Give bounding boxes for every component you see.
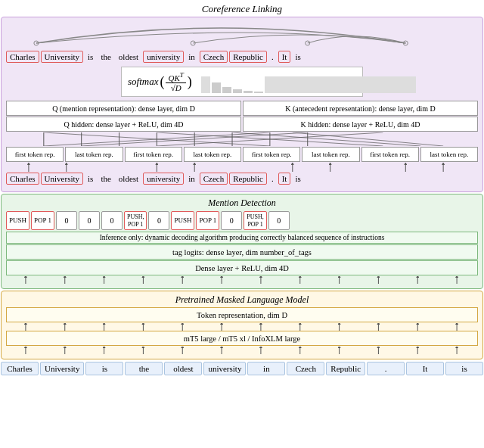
push-2: PUSH [171, 211, 194, 230]
bottom-token-charles: Charles [1, 362, 39, 375]
svg-line-17 [232, 132, 420, 146]
cross-arrows-svg [6, 132, 478, 146]
token2-the: the [98, 173, 113, 184]
token-charles: Charles [6, 51, 39, 63]
token-republic: Republic [229, 51, 267, 63]
bottom-token-it: It [406, 362, 444, 375]
arc-svg [6, 20, 478, 49]
token-the: the [98, 51, 113, 62]
bottom-token-czech: Czech [287, 362, 324, 375]
bar6 [254, 92, 263, 93]
coref-token-row: Charles University is the oldest univers… [6, 51, 478, 63]
token2-oldest: oldest [116, 173, 141, 184]
token-rep-6: last token rep. [302, 147, 359, 162]
k-hidden: K hidden: dense layer + ReLU, dim 4D [243, 117, 478, 132]
zero-6: 0 [268, 211, 290, 230]
bottom-token-row: Charles University is the oldest univers… [1, 362, 483, 375]
qk-layer-row: Q (mention representation): dense layer,… [6, 101, 478, 116]
token-rep-3: first token rep. [125, 147, 182, 162]
arc-area [6, 20, 478, 49]
fraction-num: QKT [166, 71, 185, 83]
diagram: Coreference Linking Charles [1, 3, 483, 375]
close-paren: ) [188, 74, 192, 90]
token2-is1: is [85, 173, 96, 184]
token-oldest: oldest [116, 51, 141, 62]
mention-title: Mention Detection [6, 198, 478, 209]
pretrained-title: Pretrained Masked Language Model [6, 294, 478, 306]
attention-bars [201, 70, 416, 93]
token2-university2: university [143, 173, 184, 185]
bottom-token-republic: Republic [326, 362, 365, 375]
bar-wide [265, 76, 416, 93]
title: Coreference Linking [1, 3, 483, 15]
token-university2: university [143, 51, 184, 63]
bar5 [244, 91, 253, 93]
arrows-model [6, 347, 478, 354]
arrows-mention-svg [6, 276, 478, 284]
bottom-token-dot: . [367, 362, 405, 375]
token2-in: in [185, 173, 198, 184]
token-czech: Czech [200, 51, 228, 63]
token-rep-8: last token rep. [420, 147, 478, 162]
pop1-2: POP 1 [196, 211, 219, 230]
fraction: QKT √D [166, 71, 185, 92]
model-name-layer: mT5 large / mT5 xl / InfoXLM large [6, 331, 478, 346]
cross-arrows-area [6, 132, 478, 146]
zero-5: 0 [221, 211, 242, 230]
tag-logits-layer: tag logits: dense layer, dim number_of_t… [6, 244, 478, 260]
open-paren: ( [160, 74, 164, 90]
zero-2: 0 [79, 211, 100, 230]
dense-relu-layer: Dense layer + ReLU, dim 4D [6, 260, 478, 275]
bottom-token-is2: is [445, 362, 483, 375]
bottom-token-university2: university [203, 362, 246, 375]
zero-4: 0 [148, 211, 169, 230]
k-layer: K (antecedent representation): dense lay… [243, 101, 478, 116]
bottom-token-in: in [247, 362, 285, 375]
push-pop-1: PUSH,POP 1 [124, 211, 147, 230]
zero-1: 0 [56, 211, 77, 230]
token-rep-4: last token rep. [184, 147, 241, 162]
token-rep-row: first token rep. last token rep. first t… [6, 147, 478, 162]
token-is2: is [292, 51, 303, 62]
token-rep-1: first token rep. [6, 147, 64, 162]
token2-university: University [41, 173, 83, 185]
arrows-pretrained-svg [6, 323, 478, 331]
bar4 [233, 89, 242, 93]
svg-line-18 [293, 132, 443, 146]
inference-row: Inference only: dynamic decoding algorit… [6, 232, 478, 244]
token2-is2: is [292, 173, 303, 184]
arrows-model-svg [6, 347, 478, 354]
bottom-token-oldest: oldest [164, 362, 202, 375]
token2-dot: . [268, 173, 277, 184]
token-dot: . [268, 51, 277, 62]
zero-3: 0 [101, 211, 123, 230]
coref-token-row-2: Charles University is the oldest univers… [6, 173, 478, 185]
mention-section: Mention Detection PUSH POP 1 0 0 0 PUSH,… [1, 194, 483, 289]
coref-section: Charles University is the oldest univers… [1, 17, 483, 192]
token-repr-layer: Token representation, dim D [6, 307, 478, 322]
bottom-token-is1: is [85, 362, 123, 375]
bottom-token-university: University [40, 362, 84, 375]
bar2 [212, 82, 221, 93]
push-pop-2: PUSH,POP 1 [244, 211, 266, 230]
token2-czech: Czech [200, 173, 228, 185]
q-hidden: Q hidden: dense layer + ReLU, dim 4D [6, 117, 241, 132]
arrows-mention [6, 276, 478, 284]
token2-it: It [278, 173, 291, 185]
token-it: It [278, 51, 291, 63]
up-arrow-svg [6, 163, 478, 172]
token2-charles: Charles [6, 173, 39, 185]
token2-republic: Republic [229, 173, 267, 185]
token-rep-7: first token rep. [361, 147, 419, 162]
bar3 [222, 87, 231, 93]
token-in: in [185, 51, 198, 62]
push-pop-row: PUSH POP 1 0 0 0 PUSH,POP 1 0 PUSH POP 1… [6, 211, 478, 230]
softmax-formula: softmax [128, 76, 158, 88]
bar1 [201, 76, 210, 93]
q-layer: Q (mention representation): dense layer,… [6, 101, 241, 116]
bottom-token-the: the [125, 362, 163, 375]
token-is1: is [85, 51, 96, 62]
fraction-den: √D [169, 83, 184, 92]
qk-hidden-row: Q hidden: dense layer + ReLU, dim 4D K h… [6, 117, 478, 132]
up-arrows-coref [6, 163, 478, 172]
